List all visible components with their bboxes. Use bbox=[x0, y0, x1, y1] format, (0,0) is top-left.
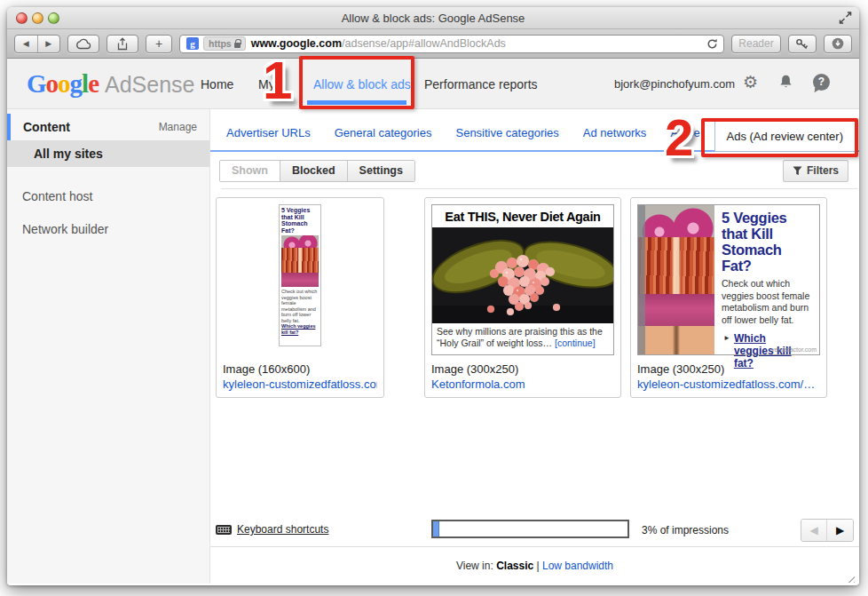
logo-letter: G bbox=[27, 69, 46, 99]
view-in-label: View in: bbox=[456, 560, 493, 572]
tab-ad-networks[interactable]: Ad networks bbox=[583, 126, 647, 139]
active-nav-underline bbox=[307, 100, 406, 105]
ad-display-url[interactable]: Ketonformola.com bbox=[431, 377, 614, 392]
ad-image bbox=[281, 235, 319, 287]
browser-toolbar: ◀ ▶ + g https www.google.com /adsense/ap… bbox=[7, 29, 859, 59]
nav-allow-block-ads[interactable]: Allow & block ads bbox=[313, 77, 411, 91]
account-email[interactable]: bjork@pinchofyum.com bbox=[614, 77, 735, 91]
subtab-shown[interactable]: Shown bbox=[220, 161, 280, 181]
nav-performance-reports[interactable]: Performance reports bbox=[424, 77, 538, 91]
icloud-tabs-button[interactable] bbox=[67, 35, 99, 53]
status-bar: Keyboard shortcuts 3% of impressions ◀ ▶ bbox=[216, 518, 857, 543]
ad-body: Check out which veggies boost female met… bbox=[281, 289, 319, 323]
password-extension-button[interactable] bbox=[788, 35, 817, 53]
impressions-label: 3% of impressions bbox=[642, 524, 729, 536]
logo-letter: o bbox=[46, 69, 59, 99]
lock-icon bbox=[234, 43, 241, 48]
ad-review-grid: 5 Veggies that Kill Stomach Fat? Check o… bbox=[210, 189, 859, 398]
download-icon bbox=[831, 36, 845, 51]
prev-page-button[interactable]: ◀ bbox=[801, 520, 827, 541]
ad-creative-rectangle: Eat THIS, Never Diet Again bbox=[431, 204, 614, 355]
view-mode-switch: View in: Classic | Low bandwidth bbox=[210, 560, 859, 572]
content-area: Advertiser URLs General categories Sensi… bbox=[210, 109, 859, 584]
window-title: Allow & block ads: Google AdSense bbox=[7, 7, 859, 29]
logo-letter: l bbox=[82, 69, 88, 99]
subtab-blocked[interactable]: Blocked bbox=[280, 161, 347, 181]
google-adsense-logo[interactable]: G o o g l e AdSense bbox=[27, 69, 194, 99]
view-classic: Classic bbox=[496, 560, 533, 572]
reader-button[interactable]: Reader bbox=[731, 35, 781, 53]
ad-display-url[interactable]: kyleleon-customizedfatloss.com/… bbox=[223, 377, 377, 392]
new-tab-button[interactable]: + bbox=[146, 35, 172, 53]
ad-format: Image (300x250) bbox=[637, 362, 724, 376]
logo-letter: e bbox=[88, 69, 99, 99]
tab-general-categories[interactable]: General categories bbox=[335, 126, 432, 139]
ad-card: Eat THIS, Never Diet Again bbox=[424, 197, 621, 398]
view-low-bandwidth-link[interactable]: Low bandwidth bbox=[542, 560, 613, 572]
sidebar-item-network-builder[interactable]: Network builder bbox=[7, 222, 209, 236]
filter-icon bbox=[793, 166, 802, 176]
url-path: /adsense/app#allowAndBlockAds bbox=[342, 37, 506, 50]
tab-bar: Advertiser URLs General categories Sensi… bbox=[210, 109, 859, 152]
sidebar-item-all-my-sites[interactable]: All my sites bbox=[7, 140, 209, 167]
ad-format: Image (300x250) bbox=[431, 362, 518, 376]
history-nav-control: ◀ ▶ bbox=[14, 35, 60, 53]
nav-my-ads[interactable]: My a bbox=[258, 77, 285, 91]
sidebar: Content Manage All my sites Content host… bbox=[7, 109, 210, 584]
url-host: www.google.com bbox=[251, 37, 342, 50]
share-button[interactable] bbox=[107, 35, 138, 53]
separator: | bbox=[537, 560, 540, 572]
tab-advertiser-urls[interactable]: Advertiser URLs bbox=[226, 126, 311, 139]
ad-thumbnail[interactable]: 5 Veggies that Kill Stomach Fat? Check o… bbox=[631, 198, 826, 362]
back-button[interactable]: ◀ bbox=[15, 36, 37, 52]
refresh-icon bbox=[706, 38, 718, 50]
logo-letter: o bbox=[58, 69, 70, 99]
pagination-control: ◀ ▶ bbox=[801, 519, 854, 542]
forward-button[interactable]: ▶ bbox=[37, 36, 60, 52]
subtab-bar: Shown Blocked Settings Filters bbox=[210, 159, 859, 182]
ad-card: 5 Veggies that Kill Stomach Fat? Check o… bbox=[216, 197, 384, 398]
https-badge: https bbox=[203, 36, 246, 51]
next-page-button[interactable]: ▶ bbox=[827, 520, 853, 541]
browser-window: Allow & block ads: Google AdSense ◀ ▶ + … bbox=[7, 7, 859, 585]
product-name: AdSense bbox=[105, 72, 194, 98]
ad-attribution: venusfactor.com bbox=[771, 346, 817, 353]
refresh-button[interactable] bbox=[706, 38, 718, 50]
ad-thumbnail[interactable]: 5 Veggies that Kill Stomach Fat? Check o… bbox=[217, 198, 383, 362]
help-icon[interactable]: ? bbox=[813, 74, 830, 91]
ad-creative-rectangle: 5 Veggies that Kill Stomach Fat? Check o… bbox=[637, 204, 820, 355]
settings-gear-icon[interactable]: ⚙ bbox=[743, 72, 758, 91]
sidebar-item-content-host[interactable]: Content host bbox=[7, 189, 209, 203]
ad-headline: 5 Veggies that Kill Stomach Fat? bbox=[281, 207, 319, 234]
impressions-progress-bar bbox=[431, 520, 629, 538]
nav-home[interactable]: Home bbox=[201, 77, 233, 91]
share-icon bbox=[116, 37, 129, 51]
notifications-bell-icon[interactable] bbox=[778, 74, 793, 90]
ad-headline: 5 Veggies that Kill Stomach Fat? bbox=[722, 210, 814, 274]
keyboard-shortcuts-link[interactable]: Keyboard shortcuts bbox=[216, 523, 328, 536]
title-bar[interactable]: Allow & block ads: Google AdSense bbox=[7, 7, 859, 29]
downloads-button[interactable] bbox=[824, 35, 852, 53]
tab-sensitive-categories[interactable]: Sensitive categories bbox=[455, 126, 558, 139]
ad-card: 5 Veggies that Kill Stomach Fat? Check o… bbox=[630, 197, 827, 398]
ad-body: See why millions are praising this as th… bbox=[432, 323, 613, 349]
ad-display-url[interactable]: kyleleon-customizedfatloss.com/… bbox=[637, 377, 820, 392]
ad-creative-skyscraper: 5 Veggies that Kill Stomach Fat? Check o… bbox=[279, 204, 321, 346]
ad-image bbox=[432, 227, 613, 323]
ad-link: [continue] bbox=[555, 338, 596, 348]
address-bar[interactable]: g https www.google.com /adsense/app#allo… bbox=[179, 35, 724, 53]
subtab-settings[interactable]: Settings bbox=[347, 161, 414, 181]
ad-thumbnail[interactable]: Eat THIS, Never Diet Again bbox=[425, 198, 620, 362]
tab-ads-ad-review-center[interactable]: Ads (Ad review center) bbox=[714, 120, 856, 152]
logo-letter: g bbox=[70, 69, 83, 99]
fullscreen-icon[interactable] bbox=[839, 12, 852, 24]
ad-link: Which veggies kill fat? bbox=[281, 323, 319, 336]
cloud-icon bbox=[75, 38, 91, 50]
filters-button[interactable]: Filters bbox=[783, 160, 848, 182]
manage-link[interactable]: Manage bbox=[159, 121, 197, 133]
ad-body: Check out which veggies boost female met… bbox=[722, 278, 814, 326]
key-icon bbox=[795, 38, 809, 50]
sidebar-section-title: Content bbox=[23, 120, 70, 134]
keyboard-icon bbox=[216, 525, 232, 535]
tab-ad-serving[interactable]: Ad se bbox=[670, 126, 699, 139]
